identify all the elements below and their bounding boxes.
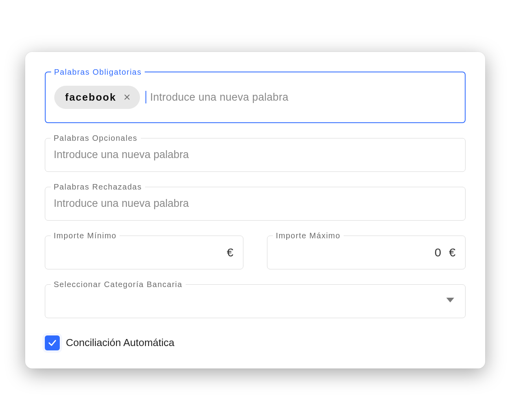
min-amount-field[interactable]: Importe Mínimo €: [45, 236, 243, 269]
max-amount-field[interactable]: Importe Máximo €: [267, 236, 466, 269]
auto-reconcile-label: Conciliación Automática: [66, 337, 175, 349]
rejected-words-input[interactable]: [54, 197, 457, 210]
optional-words-input[interactable]: [54, 149, 457, 161]
chip-remove-icon[interactable]: [123, 93, 131, 101]
optional-words-field[interactable]: Palabras Opcionales: [45, 138, 466, 172]
euro-symbol: €: [449, 246, 456, 259]
auto-reconcile-row: Conciliación Automática: [45, 333, 466, 353]
max-amount-label: Importe Máximo: [273, 231, 344, 240]
chip-text: facebook: [65, 91, 116, 103]
text-cursor: [145, 91, 146, 103]
bank-category-field[interactable]: Seleccionar Categoría Bancaria: [45, 284, 466, 318]
word-chip: facebook: [54, 86, 140, 109]
chevron-down-icon: [446, 298, 454, 305]
euro-symbol: €: [227, 246, 234, 259]
optional-words-label: Palabras Opcionales: [51, 134, 141, 143]
form-card: Palabras Obligatorias facebook Introduce…: [25, 52, 485, 368]
mandatory-words-placeholder: Introduce una nueva palabra: [150, 91, 289, 103]
bank-category-label: Seleccionar Categoría Bancaria: [51, 280, 186, 289]
min-amount-label: Importe Mínimo: [51, 231, 120, 240]
min-amount-input[interactable]: [54, 246, 219, 259]
mandatory-words-label: Palabras Obligatorias: [51, 68, 145, 77]
rejected-words-field[interactable]: Palabras Rechazadas: [45, 187, 466, 221]
svg-marker-2: [446, 298, 454, 302]
max-amount-input[interactable]: [276, 246, 441, 259]
rejected-words-label: Palabras Rechazadas: [51, 182, 145, 192]
mandatory-words-field[interactable]: Palabras Obligatorias facebook Introduce…: [45, 72, 466, 123]
auto-reconcile-checkbox[interactable]: [45, 335, 60, 350]
